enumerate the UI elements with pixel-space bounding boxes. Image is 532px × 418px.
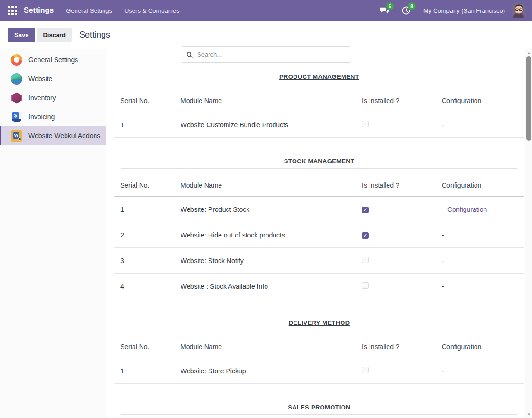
serial-cell: 2: [120, 231, 180, 239]
config-cell: -: [442, 283, 524, 290]
installed-checkbox[interactable]: [362, 207, 369, 213]
config-value: -: [442, 367, 444, 375]
divider: [121, 414, 517, 415]
messages-badge: 6: [386, 2, 394, 10]
save-button[interactable]: Save: [8, 28, 35, 42]
settings-app-icon: [11, 54, 22, 66]
settings-sidebar: General Settings Website Inventory $ Inv…: [0, 49, 106, 418]
table-row: 2 Website: Hide out of stock products -: [114, 222, 524, 248]
activities-button[interactable]: 8: [401, 6, 411, 15]
col-header-config: Configuration: [442, 97, 524, 104]
sidebar-item-label: Inventory: [28, 94, 56, 102]
sidebar-item-general-settings[interactable]: General Settings: [0, 50, 106, 69]
settings-content: PRODUCT MANAGEMENT Serial No. Module Nam…: [106, 49, 532, 418]
divider: [121, 330, 517, 330]
module-name-cell: Website: Product Stock: [180, 206, 362, 213]
installed-checkbox[interactable]: [362, 121, 369, 127]
section-product-management: PRODUCT MANAGEMENT Serial No. Module Nam…: [114, 73, 524, 138]
section-title: SALES PROMOTION: [114, 404, 524, 411]
nav-menu-general-settings[interactable]: General Settings: [66, 7, 112, 14]
col-header-installed: Is Installed ?: [362, 343, 442, 351]
table-header-row: Serial No. Module Name Is Installed ? Co…: [114, 174, 524, 197]
col-header-installed: Is Installed ?: [362, 97, 442, 104]
section-sales-promotion: SALES PROMOTION: [114, 404, 524, 415]
sidebar-item-invoicing[interactable]: $ Invoicing: [0, 107, 106, 126]
webkul-icon: W: [11, 130, 22, 142]
scroll-up-arrow[interactable]: ▲: [525, 49, 532, 56]
serial-cell: 4: [120, 283, 180, 290]
sidebar-item-label: General Settings: [28, 56, 78, 64]
divider: [121, 168, 517, 169]
config-value: -: [442, 121, 444, 129]
control-panel: Save Discard Settings: [0, 21, 532, 49]
module-name-cell: Website: Stock Notify: [180, 257, 362, 265]
serial-cell: 1: [120, 206, 180, 213]
table-row: 1 Website: Product Stock Configuration: [114, 197, 524, 222]
installed-cell: [362, 256, 442, 265]
invoicing-doc-icon: $: [11, 111, 22, 123]
col-header-module: Module Name: [180, 343, 362, 351]
module-name-cell: Website Customize Bundle Products: [180, 121, 362, 129]
installed-cell: [362, 282, 442, 290]
top-nav-bar: Settings General Settings Users & Compan…: [0, 0, 532, 21]
sidebar-item-label: Website Webkul Addons: [28, 132, 100, 140]
col-header-serial: Serial No.: [120, 181, 180, 189]
config-cell: Configuration: [442, 206, 524, 213]
table-row: 3 Website: Stock Notify -: [114, 248, 524, 274]
installed-cell: [362, 205, 442, 213]
section-delivery-method: DELIVERY METHOD Serial No. Module Name I…: [114, 319, 524, 384]
installed-checkbox[interactable]: [362, 282, 369, 289]
col-header-serial: Serial No.: [120, 343, 180, 351]
serial-cell: 3: [120, 257, 180, 265]
config-value: -: [442, 283, 444, 290]
table-header-row: Serial No. Module Name Is Installed ? Co…: [114, 336, 524, 358]
sidebar-item-website-webkul-addons[interactable]: W Website Webkul Addons: [0, 126, 106, 145]
col-header-serial: Serial No.: [120, 97, 180, 104]
vertical-scrollbar[interactable]: ▲ ▼: [525, 49, 532, 418]
col-header-config: Configuration: [442, 181, 524, 189]
serial-cell: 1: [120, 367, 180, 375]
installed-cell: [362, 367, 442, 375]
table-header-row: Serial No. Module Name Is Installed ? Co…: [114, 90, 524, 112]
installed-cell: [362, 231, 442, 239]
apps-grid-icon[interactable]: [8, 6, 17, 15]
config-cell: -: [442, 367, 524, 375]
config-cell: -: [442, 121, 524, 129]
company-switcher[interactable]: My Company (San Francisco): [423, 7, 505, 14]
inventory-box-icon: [11, 92, 22, 104]
website-globe-icon: [11, 73, 22, 85]
section-title: DELIVERY METHOD: [114, 319, 524, 327]
sidebar-item-label: Invoicing: [28, 113, 55, 121]
nav-menu-users-companies[interactable]: Users & Companies: [124, 7, 180, 14]
configuration-link[interactable]: Configuration: [447, 206, 487, 213]
installed-cell: [362, 121, 442, 129]
module-name-cell: Website: Store Pickup: [180, 367, 362, 375]
installed-checkbox[interactable]: [362, 367, 369, 373]
col-header-module: Module Name: [180, 181, 362, 189]
scroll-down-arrow[interactable]: ▼: [525, 411, 532, 418]
module-name-cell: Website : Stock Available Info: [180, 283, 362, 290]
col-header-installed: Is Installed ?: [362, 181, 442, 189]
serial-cell: 1: [120, 121, 180, 129]
section-stock-management: STOCK MANAGEMENT Serial No. Module Name …: [114, 158, 524, 299]
page-title: Settings: [79, 30, 110, 40]
config-cell: -: [442, 231, 524, 239]
config-cell: -: [442, 257, 524, 265]
discard-button[interactable]: Discard: [37, 28, 72, 42]
sidebar-item-website[interactable]: Website: [0, 69, 106, 88]
user-avatar[interactable]: [512, 3, 526, 18]
messages-button[interactable]: 6: [380, 6, 389, 15]
section-title: STOCK MANAGEMENT: [114, 158, 524, 165]
activities-badge: 8: [408, 2, 416, 10]
section-title: PRODUCT MANAGEMENT: [114, 73, 524, 81]
sidebar-item-inventory[interactable]: Inventory: [0, 88, 106, 107]
scrollbar-thumb[interactable]: [526, 56, 531, 141]
table-row: 1 Website Customize Bundle Products -: [114, 112, 524, 138]
installed-checkbox[interactable]: [362, 256, 369, 263]
divider: [121, 84, 517, 84]
config-value: -: [442, 257, 444, 265]
sidebar-item-label: Website: [28, 75, 52, 83]
app-title[interactable]: Settings: [24, 6, 54, 15]
col-header-module: Module Name: [180, 97, 362, 104]
installed-checkbox[interactable]: [362, 232, 369, 239]
